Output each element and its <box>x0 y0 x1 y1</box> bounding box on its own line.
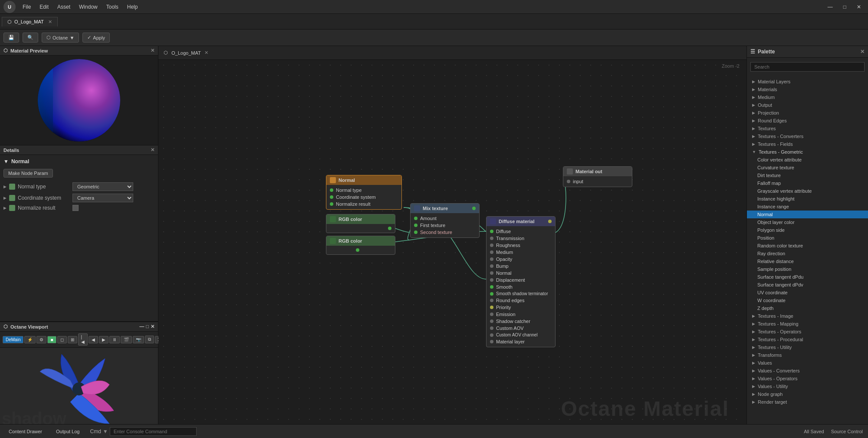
palette-item-reldist[interactable]: Relative distance <box>747 257 868 265</box>
port-dot-rough <box>490 244 493 247</box>
palette-cat-tex-conv[interactable]: ▶ Textures - Converters <box>747 132 868 140</box>
diffuse-material-node[interactable]: Diffuse material Diffuse Transmission Ro… <box>486 216 556 347</box>
menu-help[interactable]: Help <box>124 3 141 11</box>
material-preview-close[interactable]: ✕ <box>151 48 155 53</box>
palette-close[interactable]: ✕ <box>860 49 865 55</box>
palette-item-cva[interactable]: Color vertex attribute <box>747 156 868 164</box>
palette-cat-val-util[interactable]: ▶ Values - Utility <box>747 382 868 390</box>
palette-cat-round-edges[interactable]: ▶ Round Edges <box>747 117 868 125</box>
tab-close-button[interactable]: ✕ <box>48 19 52 25</box>
palette-item-uvc[interactable]: UV coordinate <box>747 289 868 296</box>
viewport-minimize[interactable]: — <box>139 324 144 329</box>
palette-cat-transforms[interactable]: ▶ Transforms <box>747 351 868 359</box>
palette-cat-values[interactable]: ▶ Values <box>747 359 868 367</box>
menu-window[interactable]: Window <box>76 3 101 11</box>
diffuse-title: Diffuse material <box>499 219 535 224</box>
palette-item-rd[interactable]: Ray direction <box>747 250 868 257</box>
port-custom-aov-ch: Custom AOV channel <box>490 332 552 338</box>
play-btn[interactable]: ▶ <box>99 336 108 343</box>
palette-item-gva[interactable]: Grayscale vertex attribute <box>747 187 868 195</box>
palette-cat-val-ops[interactable]: ▶ Values - Operators <box>747 375 868 382</box>
normal-type-select[interactable]: Geometric Shading <box>72 182 133 191</box>
grid-btn[interactable]: ⊞ <box>68 336 77 343</box>
palette-item-ps[interactable]: Polygon side <box>747 226 868 234</box>
lightning-btn[interactable]: ⚡ <box>24 336 36 343</box>
graph-close[interactable]: ✕ <box>204 50 208 56</box>
palette-cat-materials[interactable]: ▶ Materials <box>747 86 868 93</box>
palette-cat-material-layers[interactable]: ▶ Material Layers <box>747 78 868 86</box>
menu-file[interactable]: File <box>19 3 34 11</box>
palette-cat-output[interactable]: ▶ Output <box>747 101 868 109</box>
material-out-node[interactable]: Material out input <box>563 166 632 187</box>
viewport-maximize[interactable]: □ <box>146 324 149 329</box>
palette-cat-tex-image[interactable]: ▶ Textures - Image <box>747 312 868 320</box>
port-displacement: Displacement <box>490 277 552 283</box>
palette-search-input[interactable] <box>750 62 865 72</box>
color-btn[interactable]: ■ <box>47 336 56 343</box>
palette-item-stdpv[interactable]: Surface tangent dPdv <box>747 281 868 289</box>
palette-cat-val-conv[interactable]: ▶ Values - Converters <box>747 367 868 375</box>
normalize-checkbox[interactable] <box>72 205 79 211</box>
palette-item-ir[interactable]: Instance range <box>747 203 868 211</box>
palette-item-dt[interactable]: Dirt texture <box>747 171 868 179</box>
graph-area[interactable]: Zoom -2 Normal <box>158 60 746 438</box>
palette-cat-node-graph[interactable]: ▶ Node graph <box>747 390 868 398</box>
palette-cat-projection[interactable]: ▶ Projection <box>747 109 868 117</box>
coord-system-select[interactable]: Camera World <box>72 194 133 202</box>
palette-cat-tex-procedural[interactable]: ▶ Textures - Procedural <box>747 336 868 343</box>
port-dot-smooth-shadow <box>490 292 493 296</box>
menu-edit[interactable]: Edit <box>36 3 52 11</box>
octane-dropdown[interactable]: ⬡ Octane ▼ <box>42 33 79 43</box>
menu-tools[interactable]: Tools <box>103 3 122 11</box>
palette-item-wc[interactable]: W coordinate <box>747 296 868 304</box>
copy-btn[interactable]: ⧉ <box>145 336 154 343</box>
normal-node[interactable]: Normal Normal type Coordinate system Nor… <box>326 175 402 210</box>
rgb-color-2-node[interactable]: RGB color <box>326 236 395 255</box>
palette-cat-render-target[interactable]: ▶ Render target <box>747 398 868 406</box>
menu-asset[interactable]: Asset <box>54 3 74 11</box>
make-node-param-button[interactable]: Make Node Param <box>3 169 53 178</box>
port-label-smooth: Smooth <box>496 284 513 290</box>
palette-cat-tex-mapping[interactable]: ▶ Textures - Mapping <box>747 320 868 328</box>
palette-cat-tex-operators[interactable]: ▶ Textures - Operators <box>747 328 868 336</box>
viewport-close[interactable]: ✕ <box>151 324 155 329</box>
details-close[interactable]: ✕ <box>151 147 155 153</box>
palette-item-stdpu[interactable]: Surface tangent dPdu <box>747 273 868 281</box>
rgb-color-1-node[interactable]: RGB color <box>326 214 395 233</box>
settings-btn[interactable]: ⚙ <box>36 336 46 343</box>
save-button[interactable]: 💾 <box>3 33 19 43</box>
apply-button[interactable]: ✓ Apply <box>82 33 110 43</box>
palette-item-sp[interactable]: Sample position <box>747 265 868 273</box>
palette-item-pos[interactable]: Position <box>747 234 868 242</box>
prev-btn[interactable]: |◀ <box>78 333 88 346</box>
palette-item-ih[interactable]: Instance highlight <box>747 195 868 203</box>
browse-button[interactable]: 🔍 <box>23 33 38 43</box>
palette-item-normal[interactable]: Normal <box>747 211 868 218</box>
demain-tab[interactable]: DeMain <box>3 336 23 343</box>
pause-btn[interactable]: ⏸ <box>109 336 120 343</box>
minimize-button[interactable]: — <box>824 3 836 11</box>
palette-cat-tex-fields[interactable]: ▶ Textures - Fields <box>747 140 868 148</box>
close-button[interactable]: ✕ <box>853 3 865 11</box>
palette-cat-textures[interactable]: ▶ Textures <box>747 125 868 132</box>
content-drawer-button[interactable]: Content Drawer <box>5 428 46 435</box>
palette-cat-tex-geo[interactable]: ▼ Textures - Geometric <box>747 148 868 156</box>
matout-title: Material out <box>575 169 602 174</box>
camera-btn[interactable]: 📷 <box>133 336 144 343</box>
palette-cat-tex-utility[interactable]: ▶ Textures - Utility <box>747 343 868 351</box>
palette-item-ct[interactable]: Curvature texture <box>747 164 868 171</box>
tab-o-logo-mat[interactable]: ⬡ O_Logo_MAT ✕ <box>2 17 58 26</box>
mode-btn[interactable]: ◻ <box>57 336 67 343</box>
palette-item-olc[interactable]: Object layer color <box>747 218 868 226</box>
console-input[interactable] <box>110 427 197 436</box>
port-label-bump: Bump <box>496 263 509 269</box>
palette-cat-medium[interactable]: ▶ Medium <box>747 93 868 101</box>
back-btn[interactable]: ◀ <box>89 336 98 343</box>
palette-item-zd[interactable]: Z depth <box>747 304 868 312</box>
mix-texture-node[interactable]: Mix texture Amount First texture Second … <box>410 203 480 238</box>
maximize-button[interactable]: □ <box>840 3 850 11</box>
palette-item-fm[interactable]: Falloff map <box>747 179 868 187</box>
render-btn[interactable]: 🎬 <box>121 336 132 343</box>
palette-item-rct[interactable]: Random color texture <box>747 242 868 250</box>
output-log-button[interactable]: Output Log <box>53 428 83 435</box>
